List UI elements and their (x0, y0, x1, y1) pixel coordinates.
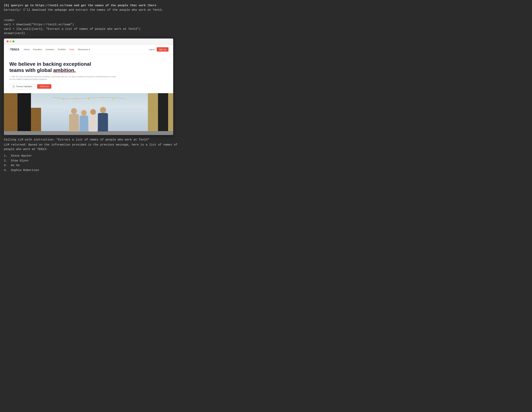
person-3-head (90, 109, 96, 115)
hero-title: We believe in backing exceptional teams … (9, 61, 91, 74)
list-item-1: 1. Steve Baxter (4, 154, 528, 158)
person-2 (80, 110, 88, 131)
code-block: <code> var1 = download("https://ten13.vc… (4, 18, 528, 36)
person-1-head (71, 108, 77, 114)
svg-point-1 (75, 98, 76, 99)
person-2-body (80, 116, 88, 131)
nav-investors[interactable]: Investors (46, 48, 55, 51)
team-photo (4, 93, 173, 135)
browser-nav-bar (4, 38, 173, 45)
site-logo: : TEN13 (9, 47, 19, 52)
list-item-3: 3. An Vo (4, 163, 528, 168)
svg-point-3 (101, 97, 102, 98)
person-1-body (69, 114, 79, 131)
nav-team[interactable]: Team (69, 48, 75, 51)
nav-home[interactable]: Home (24, 48, 29, 51)
door-right (158, 93, 168, 135)
response-line: Certainly! I'll download the webpage and… (4, 8, 528, 12)
svg-point-4 (113, 98, 114, 100)
llm-line-2: people who work at TEN13: (4, 147, 528, 152)
login-button[interactable]: Log in (149, 48, 155, 51)
play-triangle-icon (13, 86, 14, 87)
code-line-1: var1 = download("https://ten13.vc/team") (4, 23, 528, 27)
window-controls (7, 40, 14, 42)
play-icon (12, 85, 15, 88)
person-1 (69, 108, 79, 131)
alley-ground (4, 131, 173, 135)
runway-highlights-label: Runway Highlights (16, 85, 32, 87)
person-4 (98, 107, 108, 131)
person-4-body (98, 113, 108, 131)
browser-window: : TEN13 Home Founders Investors Portfoli… (4, 38, 173, 135)
svg-point-2 (88, 98, 89, 100)
maximize-dot (12, 40, 14, 42)
site-nav[interactable]: Home Founders Investors Portfolio Team R… (24, 48, 144, 51)
nav-resources[interactable]: Resources ▾ (78, 48, 90, 51)
code-tag: <code> (4, 18, 528, 23)
code-line-3: answer(var2) (4, 31, 528, 36)
chevron-down-icon: ▾ (89, 48, 90, 51)
person-4-head (100, 107, 106, 113)
calling-section: Calling LLM with instruction: "Extract a… (4, 138, 528, 142)
close-dot (7, 40, 9, 42)
string-lights (34, 96, 143, 102)
minimize-dot (10, 40, 11, 42)
nav-portfolio[interactable]: Portfolio (58, 48, 66, 51)
person-3-body (89, 115, 97, 131)
hero-title-part1: We believe in backing exceptional (9, 61, 91, 67)
nav-founders[interactable]: Founders (33, 48, 42, 51)
runway-highlights-button[interactable]: Runway Highlights (9, 84, 35, 89)
signup-button[interactable]: Sign up (157, 47, 169, 52)
person-3 (89, 109, 97, 131)
list-item-2: 2. Stew Glynn (4, 159, 528, 163)
nav-resources-label: Resources (78, 48, 88, 51)
results-list: 1. Steve Baxter 2. Stew Glynn 3. An Vo 4… (4, 154, 528, 173)
header-actions: Log in Sign up (149, 47, 169, 52)
query-line: [0] query>> go to https://ten13.vc/team … (4, 3, 528, 8)
blank (4, 12, 528, 17)
list-item-4: 4. Sophie Robertson (4, 168, 528, 173)
website-content: : TEN13 Home Founders Investors Portfoli… (4, 45, 173, 135)
terminal-window: [0] query>> go to https://ten13.vc/team … (4, 3, 528, 173)
hero-section: We believe in backing exceptional teams … (4, 55, 173, 89)
logo-text: TEN13 (10, 47, 19, 52)
chat-button[interactable]: Chat to us (37, 84, 52, 89)
code-line-2: var2 = llm_call([var1], "Extract a list … (4, 27, 528, 31)
person-2-head (81, 110, 86, 116)
hero-subtitle: — With 30+ years of collective experienc… (9, 75, 118, 81)
door-left (18, 93, 31, 135)
people-group (69, 107, 108, 131)
calling-line: Calling LLM with instruction: "Extract a… (4, 138, 528, 142)
logo-bar-icon: : (9, 47, 10, 52)
llm-section: LLM returned: Based on the information p… (4, 143, 528, 151)
site-header: : TEN13 Home Founders Investors Portfoli… (4, 45, 173, 55)
hero-buttons: Runway Highlights Chat to us (9, 84, 168, 89)
hero-title-underline: ambition. (53, 67, 76, 73)
llm-line-1: LLM returned: Based on the information p… (4, 143, 528, 147)
hero-title-part2: teams with global (9, 67, 52, 73)
svg-point-0 (63, 98, 65, 100)
